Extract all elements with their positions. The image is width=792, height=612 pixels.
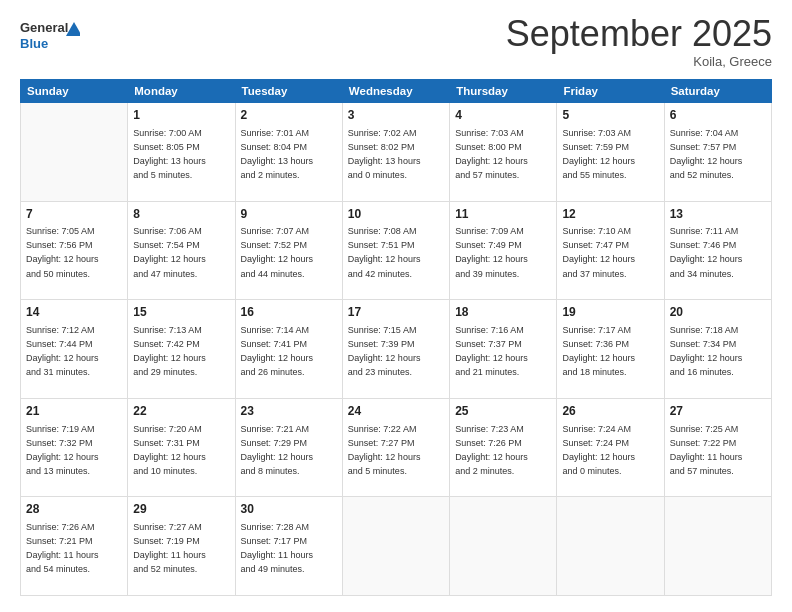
table-row: 9Sunrise: 7:07 AMSunset: 7:52 PMDaylight… [235,201,342,300]
calendar-header-row: Sunday Monday Tuesday Wednesday Thursday… [21,80,772,103]
header: General Blue September 2025 Koila, Greec… [20,16,772,69]
page: General Blue September 2025 Koila, Greec… [0,0,792,612]
table-row: 17Sunrise: 7:15 AMSunset: 7:39 PMDayligh… [342,300,449,399]
table-row [342,497,449,596]
table-row: 6Sunrise: 7:04 AMSunset: 7:57 PMDaylight… [664,103,771,202]
col-wednesday: Wednesday [342,80,449,103]
table-row: 27Sunrise: 7:25 AMSunset: 7:22 PMDayligh… [664,398,771,497]
col-sunday: Sunday [21,80,128,103]
table-row: 10Sunrise: 7:08 AMSunset: 7:51 PMDayligh… [342,201,449,300]
table-row: 22Sunrise: 7:20 AMSunset: 7:31 PMDayligh… [128,398,235,497]
table-row: 29Sunrise: 7:27 AMSunset: 7:19 PMDayligh… [128,497,235,596]
title-block: September 2025 Koila, Greece [506,16,772,69]
table-row: 24Sunrise: 7:22 AMSunset: 7:27 PMDayligh… [342,398,449,497]
table-row [21,103,128,202]
table-row: 20Sunrise: 7:18 AMSunset: 7:34 PMDayligh… [664,300,771,399]
svg-text:Blue: Blue [20,36,48,51]
table-row: 13Sunrise: 7:11 AMSunset: 7:46 PMDayligh… [664,201,771,300]
col-friday: Friday [557,80,664,103]
col-monday: Monday [128,80,235,103]
month-title: September 2025 [506,16,772,52]
table-row: 14Sunrise: 7:12 AMSunset: 7:44 PMDayligh… [21,300,128,399]
logo-icon: General Blue [20,16,80,56]
table-row: 16Sunrise: 7:14 AMSunset: 7:41 PMDayligh… [235,300,342,399]
table-row: 18Sunrise: 7:16 AMSunset: 7:37 PMDayligh… [450,300,557,399]
logo: General Blue [20,16,80,56]
table-row: 19Sunrise: 7:17 AMSunset: 7:36 PMDayligh… [557,300,664,399]
table-row: 28Sunrise: 7:26 AMSunset: 7:21 PMDayligh… [21,497,128,596]
table-row: 23Sunrise: 7:21 AMSunset: 7:29 PMDayligh… [235,398,342,497]
table-row: 3Sunrise: 7:02 AMSunset: 8:02 PMDaylight… [342,103,449,202]
location: Koila, Greece [506,54,772,69]
table-row: 25Sunrise: 7:23 AMSunset: 7:26 PMDayligh… [450,398,557,497]
table-row: 21Sunrise: 7:19 AMSunset: 7:32 PMDayligh… [21,398,128,497]
svg-text:General: General [20,20,68,35]
table-row: 30Sunrise: 7:28 AMSunset: 7:17 PMDayligh… [235,497,342,596]
table-row: 5Sunrise: 7:03 AMSunset: 7:59 PMDaylight… [557,103,664,202]
table-row: 4Sunrise: 7:03 AMSunset: 8:00 PMDaylight… [450,103,557,202]
col-thursday: Thursday [450,80,557,103]
table-row: 8Sunrise: 7:06 AMSunset: 7:54 PMDaylight… [128,201,235,300]
table-row: 7Sunrise: 7:05 AMSunset: 7:56 PMDaylight… [21,201,128,300]
table-row: 1Sunrise: 7:00 AMSunset: 8:05 PMDaylight… [128,103,235,202]
table-row: 26Sunrise: 7:24 AMSunset: 7:24 PMDayligh… [557,398,664,497]
table-row: 15Sunrise: 7:13 AMSunset: 7:42 PMDayligh… [128,300,235,399]
table-row: 11Sunrise: 7:09 AMSunset: 7:49 PMDayligh… [450,201,557,300]
col-saturday: Saturday [664,80,771,103]
table-row [557,497,664,596]
table-row [450,497,557,596]
calendar-table: Sunday Monday Tuesday Wednesday Thursday… [20,79,772,596]
col-tuesday: Tuesday [235,80,342,103]
table-row [664,497,771,596]
table-row: 12Sunrise: 7:10 AMSunset: 7:47 PMDayligh… [557,201,664,300]
table-row: 2Sunrise: 7:01 AMSunset: 8:04 PMDaylight… [235,103,342,202]
